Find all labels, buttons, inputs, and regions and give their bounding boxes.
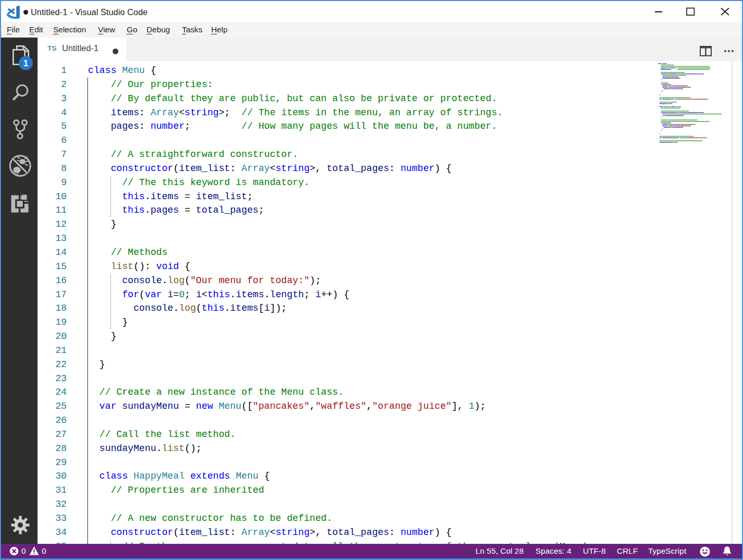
svg-text:1: 1 [23, 58, 28, 68]
